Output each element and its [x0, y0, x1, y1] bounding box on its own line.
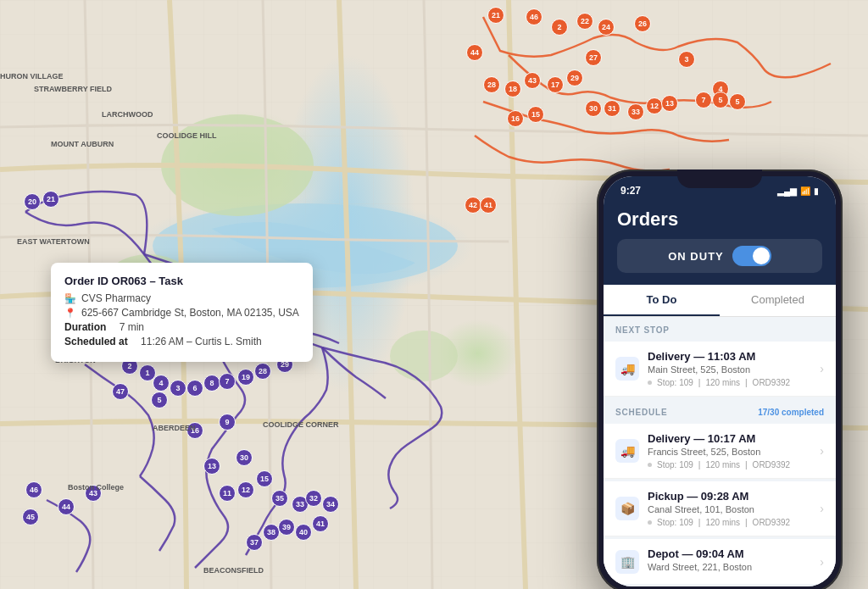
delivery-icon: 🚚: [615, 357, 639, 381]
scheduled-label: Scheduled at: [64, 336, 128, 347]
marker-orange: 43: [524, 72, 541, 89]
business-icon: 🏪: [64, 293, 76, 304]
order-address: Main Street, 525, Boston: [648, 364, 811, 375]
phone-notch: [677, 169, 762, 188]
on-duty-toggle[interactable]: [732, 246, 771, 266]
marker-purple: 34: [322, 496, 339, 513]
marker-orange: 29: [566, 69, 583, 86]
marker-purple: 40: [295, 524, 312, 541]
meta-dot-1: [648, 463, 652, 467]
marker-purple: 20: [24, 193, 41, 210]
phone-frame: 9:27 ▂▄▆ 📶 ▮ Orders ON DUTY: [597, 169, 843, 589]
order-info: Delivery — 11:03 AM Main Street, 525, Bo…: [648, 350, 811, 387]
marker-purple: 6: [186, 380, 203, 397]
marker-orange: 26: [634, 15, 651, 32]
toggle-knob: [753, 247, 770, 264]
order-dur-1: 120 mins: [705, 460, 740, 470]
battery-icon: ▮: [814, 186, 819, 196]
order-meta-1: Stop: 109 | 120 mins | ORD9392: [648, 460, 811, 470]
marker-purple: 7: [219, 373, 236, 390]
marker-purple: 30: [236, 449, 253, 466]
marker-purple: 11: [219, 485, 236, 502]
marker-purple: 38: [263, 524, 280, 541]
map-label: Boston College: [68, 483, 124, 492]
signal-icon: ▂▄▆: [777, 186, 797, 196]
order-title: Delivery — 11:03 AM: [648, 350, 811, 363]
order-address-1: Francis Street, 525, Boston: [648, 447, 811, 457]
phone-device: 9:27 ▂▄▆ 📶 ▮ Orders ON DUTY: [597, 169, 843, 589]
meta-dot: [648, 381, 652, 385]
order-meta-2: Stop: 109 | 120 mins | ORD9392: [648, 518, 811, 527]
marker-orange: 17: [547, 76, 564, 93]
map-label: COOLIDGE HILL: [157, 131, 217, 140]
svg-point-4: [390, 331, 458, 381]
order-stop: Stop: 109: [657, 378, 693, 387]
map-label: EAST WATERTOWN: [17, 237, 90, 246]
marker-orange: 27: [585, 49, 602, 66]
status-time: 9:27: [620, 185, 641, 197]
schedule-label: SCHEDULE: [615, 408, 667, 417]
order-card-next[interactable]: 🚚 Delivery — 11:03 AM Main Street, 525, …: [604, 342, 836, 397]
schedule-count: 17/30 completed: [758, 408, 824, 417]
marker-orange: 42: [465, 197, 481, 214]
chevron-icon-1: ›: [820, 444, 824, 458]
marker-purple: 46: [25, 481, 42, 498]
marker-purple: 37: [246, 534, 263, 551]
chevron-icon-3: ›: [820, 555, 824, 569]
order-card-2[interactable]: 📦 Pickup — 09:28 AM Canal Street, 101, B…: [604, 481, 836, 536]
marker-purple: 12: [237, 481, 254, 498]
order-dur-2: 120 mins: [705, 518, 740, 527]
marker-purple: 3: [170, 380, 186, 397]
map-label: STRAWBERRY FIELD: [34, 85, 112, 93]
screen-content: NEXT STOP 🚚 Delivery — 11:03 AM Main Str…: [604, 317, 836, 586]
marker-orange: 3: [678, 51, 695, 68]
marker-orange: 18: [504, 81, 521, 97]
marker-orange: 2: [551, 19, 568, 36]
next-stop-label: NEXT STOP: [604, 317, 836, 339]
marker-purple: 4: [153, 375, 170, 392]
marker-orange: 33: [627, 103, 644, 120]
marker-orange: 7: [695, 92, 712, 108]
duration-label: Duration: [64, 321, 106, 333]
marker-orange: 5: [729, 93, 746, 110]
marker-purple: 39: [278, 519, 295, 536]
marker-purple: 32: [305, 490, 322, 507]
marker-purple: 28: [254, 363, 271, 380]
order-address-3: Ward Street, 221, Boston: [648, 562, 811, 572]
order-id-1: ORD9392: [753, 460, 790, 470]
order-card-1[interactable]: 🚚 Delivery — 10:17 AM Francis Street, 52…: [604, 424, 836, 479]
marker-purple: 41: [312, 515, 329, 532]
order-title-2: Pickup — 09:28 AM: [648, 490, 811, 503]
marker-purple: 21: [42, 191, 59, 208]
on-duty-label: ON DUTY: [668, 250, 724, 263]
map-label: COOLIDGE CORNER: [263, 420, 339, 429]
marker-orange: 15: [527, 106, 544, 123]
tab-todo[interactable]: To Do: [604, 285, 720, 316]
marker-purple: 44: [58, 498, 75, 515]
tabs-row: To Do Completed: [604, 285, 836, 317]
marker-purple: 15: [256, 470, 273, 487]
map-label: LARCHWOOD: [102, 110, 153, 119]
marker-orange: 13: [661, 95, 678, 112]
marker-orange: 24: [598, 19, 615, 36]
order-stop-1: Stop: 109: [657, 460, 693, 470]
marker-purple: 13: [203, 458, 220, 475]
popup-scheduled: 11:26 AM – Curtis L. Smith: [141, 336, 262, 347]
order-info-3: Depot — 09:04 AM Ward Street, 221, Bosto…: [648, 547, 811, 575]
order-title-3: Depot — 09:04 AM: [648, 547, 811, 560]
marker-purple: 9: [219, 414, 236, 431]
marker-purple: 45: [22, 508, 39, 525]
app-header: Orders ON DUTY: [604, 202, 836, 285]
marker-orange: 5: [712, 92, 729, 108]
marker-purple: 35: [271, 490, 288, 507]
order-stop-2: Stop: 109: [657, 518, 693, 527]
order-card-3[interactable]: 🏢 Depot — 09:04 AM Ward Street, 221, Bos…: [604, 539, 836, 584]
map-popup: Order ID OR063 – Task 🏪 CVS Pharmacy 📍 6…: [51, 263, 313, 362]
meta-sep2: |: [745, 378, 748, 387]
meta-sep: |: [698, 378, 701, 387]
tab-completed[interactable]: Completed: [720, 285, 836, 316]
order-duration: 120 mins: [705, 378, 740, 387]
order-info-1: Delivery — 10:17 AM Francis Street, 525,…: [648, 432, 811, 470]
marker-purple: 8: [203, 375, 220, 392]
marker-orange: 16: [507, 110, 524, 127]
